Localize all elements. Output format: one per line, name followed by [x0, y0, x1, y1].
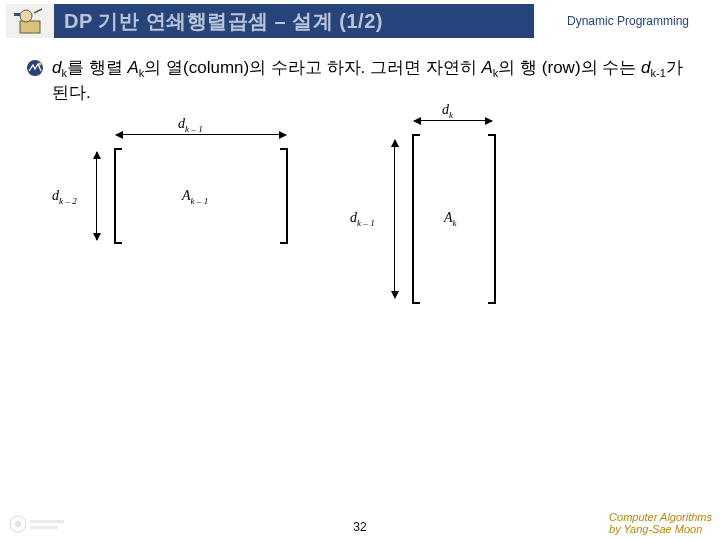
left-bracket-2	[412, 134, 420, 304]
math-sub-km1: k-1	[650, 67, 665, 79]
svg-point-5	[39, 63, 42, 66]
text-frag: 의 열(column)의 수라고 하자. 그러면 자연히	[144, 58, 481, 77]
width-arrow-right	[414, 120, 492, 121]
title-bar: DP 기반 연쇄행렬곱셈 – 설계 (1/2) Dynamic Programm…	[6, 4, 714, 38]
math-A2: A	[482, 58, 493, 77]
right-bracket-1	[280, 148, 288, 244]
content-area: dk를 행렬 Ak의 열(column)의 수라고 하자. 그러면 자연히 Ak…	[26, 56, 694, 106]
label-Ak: Ak	[444, 210, 457, 228]
label-dk-1-side: dk – 1	[350, 210, 375, 228]
text-frag: 를 행렬	[67, 58, 127, 77]
svg-rect-0	[20, 21, 40, 33]
mascot-icon	[12, 7, 48, 35]
width-arrow-left	[116, 134, 286, 135]
footer-credit-line2: by Yang-Sae Moon	[609, 523, 712, 536]
math-A: A	[127, 58, 138, 77]
bullet-paragraph: dk를 행렬 Ak의 열(column)의 수라고 하자. 그러면 자연히 Ak…	[26, 56, 694, 106]
text-frag: 의 행 (row)의 수는	[498, 58, 641, 77]
label-Ak-1: Ak – 1	[182, 188, 208, 206]
header-right-box: Dynamic Programming	[534, 4, 714, 38]
label-dk-1-top: dk – 1	[178, 116, 203, 134]
label-dk-top: dk	[442, 102, 453, 120]
body-text: dk를 행렬 Ak의 열(column)의 수라고 하자. 그러면 자연히 Ak…	[52, 56, 694, 106]
header-subtitle: Dynamic Programming	[567, 14, 689, 28]
right-bracket-2	[488, 134, 496, 304]
left-bracket-1	[114, 148, 122, 244]
svg-line-3	[34, 9, 42, 13]
footer-credit-line1: Computer Algorithms	[609, 511, 712, 524]
bullet-icon	[26, 59, 44, 77]
svg-rect-2	[14, 13, 20, 16]
svg-point-1	[20, 10, 32, 22]
footer-credit: Computer Algorithms by Yang-Sae Moon	[609, 511, 712, 536]
height-arrow-right	[394, 140, 395, 298]
matrix-diagram: dk – 1 dk – 2 Ak – 1 dk dk – 1 Ak	[26, 112, 546, 312]
height-arrow-left	[96, 152, 97, 240]
label-dk-2: dk – 2	[52, 188, 77, 206]
title-icon	[6, 4, 54, 38]
